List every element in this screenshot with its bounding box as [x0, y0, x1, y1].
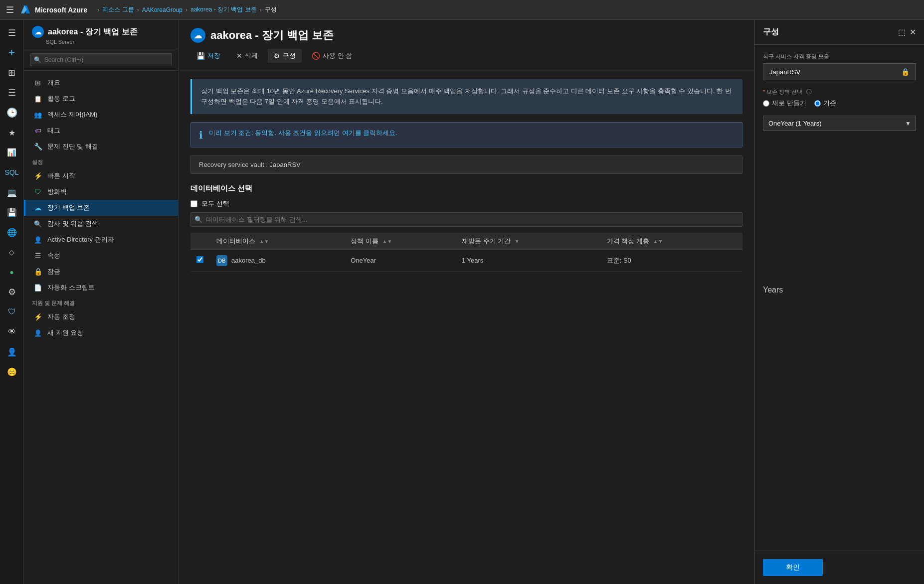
- section-label-support: 지원 및 문제 해결: [24, 295, 178, 309]
- save-button[interactable]: 💾 저장: [190, 49, 226, 63]
- sidebar-icon-smiley[interactable]: 😊: [3, 363, 21, 381]
- delete-button[interactable]: ✕ 삭제: [230, 49, 264, 63]
- select-all-label: 모두 선택: [201, 199, 229, 208]
- row-pricing: 표준: S0: [601, 250, 742, 271]
- content-area: ☁ aakorea - 장기 백업 보존 💾 저장 ✕ 삭제 ⚙ 구성 🚫: [179, 20, 754, 584]
- nav-item-lock[interactable]: 🔒 잠금: [24, 264, 178, 280]
- th-database[interactable]: 데이터베이스 ▲▼: [210, 233, 345, 250]
- nav-item-tags[interactable]: 🏷 태그: [24, 123, 178, 139]
- icon-sidebar: ☰ + ⊞ ☰ 🕒 ★ 📊 SQL 💻 💾 🌐 ◇ ● ⚙ 🛡 👁 👤 😊: [0, 20, 24, 584]
- disable-button[interactable]: 🚫 사용 안 함: [306, 49, 358, 63]
- confirm-button[interactable]: 확인: [763, 559, 823, 576]
- nav-item-label-overview: 개요: [47, 78, 60, 87]
- nav-item-new-support[interactable]: 👤 새 지원 요청: [24, 325, 178, 341]
- firewall-icon: 🛡: [33, 188, 42, 196]
- config-icon: ⚙: [274, 52, 280, 60]
- years-badge-area: Years: [763, 281, 916, 299]
- vault-field-label: 복구 서비스 자격 증명 모음: [763, 53, 916, 60]
- sidebar-icon-circle[interactable]: ●: [3, 263, 21, 281]
- nav-item-activity-log[interactable]: 📋 활동 로그: [24, 91, 178, 107]
- th-checkbox: [190, 233, 210, 250]
- nav-item-diagnose[interactable]: 🔧 문제 진단 및 해결: [24, 139, 178, 154]
- nav-item-label-lock: 잠금: [47, 267, 60, 276]
- radio-new[interactable]: [763, 100, 769, 107]
- right-panel: 구성 ⬚ ✕ 복구 서비스 자격 증명 모음 JapanRSV 🔒 * 보존 정…: [754, 20, 924, 584]
- row-retention: 1 Years: [456, 250, 601, 271]
- sidebar-icon-settings[interactable]: ⚙: [3, 283, 21, 301]
- nav-item-label-automation: 자동화 스크립트: [47, 283, 95, 292]
- config-button[interactable]: ⚙ 구성: [268, 49, 302, 63]
- sidebar-icon-network[interactable]: 🌐: [3, 223, 21, 241]
- panel-restore-button[interactable]: ⬚: [898, 27, 906, 37]
- nav-search-icon: 🔍: [34, 56, 41, 63]
- sidebar-icon-eye[interactable]: 👁: [3, 323, 21, 341]
- azure-logo-icon: [20, 4, 31, 15]
- hamburger-icon[interactable]: ☰: [6, 4, 14, 15]
- nav-item-quick-start[interactable]: ⚡ 빠른 시작: [24, 168, 178, 184]
- brand-name: Microsoft Azure: [35, 6, 87, 14]
- radio-existing[interactable]: [814, 100, 821, 107]
- nav-item-label-diagnose: 문제 진단 및 해결: [47, 142, 98, 151]
- sidebar-icon-dashboard[interactable]: ⊞: [3, 64, 21, 82]
- nav-item-access-control[interactable]: 👥 액세스 제어(IAM): [24, 107, 178, 123]
- db-search-container: 🔍: [190, 212, 742, 227]
- th-pricing[interactable]: 가격 책정 계층 ▲▼: [601, 233, 742, 250]
- sidebar-icon-graph[interactable]: ◇: [3, 243, 21, 261]
- sidebar-icon-virtual[interactable]: 💻: [3, 183, 21, 201]
- nav-item-auto-tune[interactable]: ⚡ 자동 조정: [24, 309, 178, 325]
- breadcrumb-resource-group[interactable]: 리소스 그룹: [102, 5, 134, 14]
- row-db-name: DB aakorea_db: [210, 250, 345, 271]
- right-panel-body: 복구 서비스 자격 증명 모음 JapanRSV 🔒 * 보존 정책 선택 ⓘ …: [755, 45, 924, 551]
- info-description-box: 장기 백업 보존은 최대 10년 동안 Azure Recovery Servi…: [190, 79, 742, 114]
- sidebar-icon-person[interactable]: 👤: [3, 343, 21, 361]
- sort-database-icon: ▲▼: [259, 239, 269, 244]
- nav-item-ad-admin[interactable]: 👤 Active Directory 관리자: [24, 232, 178, 248]
- radio-group: 새로 만들기 기존: [763, 99, 916, 108]
- panel-actions: ⬚ ✕: [898, 27, 916, 37]
- row-db-icon: DB: [216, 255, 227, 266]
- db-search-icon: 🔍: [194, 216, 202, 223]
- sidebar-icon-sql[interactable]: SQL: [3, 163, 21, 181]
- breadcrumb-aakorea-group[interactable]: AAKoreaGroup: [142, 6, 183, 13]
- nav-item-automation[interactable]: 📄 자동화 스크립트: [24, 280, 178, 295]
- th-retention[interactable]: 재방문 주기 기간 ▼: [456, 233, 601, 250]
- policy-select[interactable]: OneYear (1 Years) TwoYear (2 Years) Five…: [763, 116, 916, 131]
- nav-item-label-auto-tune: 자동 조정: [47, 312, 75, 321]
- row-checkbox[interactable]: [196, 256, 203, 263]
- panel-close-button[interactable]: ✕: [910, 27, 916, 37]
- sidebar-icon-recent[interactable]: 🕒: [3, 104, 21, 122]
- sidebar-icon-shield[interactable]: 🛡: [3, 303, 21, 321]
- new-support-icon: 👤: [33, 329, 42, 337]
- vault-lock-icon: 🔒: [901, 68, 910, 76]
- breadcrumb-ltr[interactable]: aakorea - 장기 백업 보존: [190, 5, 257, 14]
- sidebar-icon-menu[interactable]: ☰: [3, 24, 21, 42]
- nav-item-ltr[interactable]: ☁ 장기 백업 보존: [24, 200, 178, 216]
- nav-item-firewall[interactable]: 🛡 방화벽: [24, 184, 178, 200]
- sidebar-icon-monitor[interactable]: 📊: [3, 144, 21, 161]
- breadcrumb-config: 구성: [265, 5, 277, 14]
- th-policy[interactable]: 정책 이름 ▲▼: [345, 233, 456, 250]
- nav-item-audit[interactable]: 🔍 감사 및 위협 검색: [24, 216, 178, 232]
- toolbar: 💾 저장 ✕ 삭제 ⚙ 구성 🚫 사용 안 함: [190, 49, 742, 63]
- sidebar-icon-favorites[interactable]: ★: [3, 124, 21, 142]
- nav-item-label-quick-start: 빠른 시작: [47, 171, 75, 180]
- row-checkbox-cell: [190, 250, 210, 271]
- radio-new-label[interactable]: 새로 만들기: [763, 99, 806, 108]
- breadcrumb-sep: ›: [97, 6, 99, 13]
- sidebar-icon-new[interactable]: +: [3, 44, 21, 62]
- tags-icon: 🏷: [33, 127, 42, 135]
- sidebar-icon-storage[interactable]: 💾: [3, 203, 21, 221]
- select-all-checkbox[interactable]: [190, 200, 197, 207]
- nav-item-properties[interactable]: ☰ 속성: [24, 248, 178, 264]
- radio-existing-label[interactable]: 기존: [814, 99, 836, 108]
- panel-title: 구성: [763, 27, 779, 37]
- access-control-icon: 👥: [33, 111, 42, 119]
- db-search-input[interactable]: [190, 212, 742, 227]
- sidebar-icon-resources[interactable]: ☰: [3, 84, 21, 102]
- nav-item-label-access-control: 액세스 제어(IAM): [47, 110, 97, 119]
- nav-search-input[interactable]: [30, 53, 172, 66]
- resource-name: ☁ aakorea - 장기 백업 보존: [32, 26, 170, 38]
- db-selection-section: 데이터베이스 선택 모두 선택 🔍 데이터베이스 ▲: [190, 184, 742, 272]
- db-table: 데이터베이스 ▲▼ 정책 이름 ▲▼ 재방문 주기 기간 ▼: [190, 233, 742, 272]
- nav-item-overview[interactable]: ⊞ 개요: [24, 75, 178, 91]
